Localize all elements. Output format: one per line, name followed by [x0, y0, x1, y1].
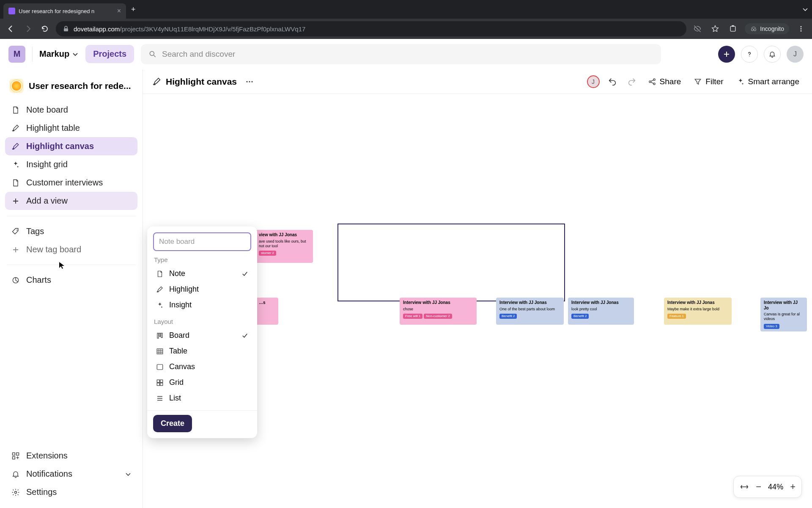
sidebar-view-insight-grid[interactable]: Insight grid: [5, 155, 137, 174]
lock-icon: [63, 25, 69, 32]
nav-label: Notifications: [26, 469, 72, 479]
canvas-note-card[interactable]: …s: [255, 298, 278, 325]
tag-pill: Video3: [764, 324, 779, 329]
nav-label: Highlight canvas: [26, 141, 94, 151]
browser-tab[interactable]: User research for redesigned n ×: [3, 3, 126, 19]
filter-icon: [694, 77, 702, 86]
redo-button[interactable]: [625, 75, 639, 88]
global-search[interactable]: Search and discover: [141, 44, 661, 64]
type-option-note[interactable]: Note: [153, 266, 251, 282]
reload-icon[interactable]: [39, 23, 51, 35]
canvas-note-card[interactable]: Interview with JJ JonasMaybe make it ext…: [664, 298, 732, 325]
org-badge[interactable]: M: [8, 46, 25, 63]
note-body: look pretty cool: [571, 307, 631, 312]
create-view-button[interactable]: Create: [153, 415, 192, 432]
undo-button[interactable]: [606, 75, 619, 88]
layout-option-list[interactable]: List: [153, 390, 251, 406]
eye-off-icon[interactable]: [691, 23, 703, 35]
canvas-toolbar: Highlight canvas J Share Filter Smart ar…: [143, 69, 812, 94]
plus-icon: [723, 50, 730, 58]
project-title-row[interactable]: User research for rede...: [5, 76, 137, 101]
incognito-badge[interactable]: Incognito: [745, 23, 789, 34]
type-option-highlight[interactable]: Highlight: [153, 282, 251, 297]
sidebar-tags[interactable]: Tags: [5, 222, 137, 240]
svg-rect-12: [16, 453, 19, 455]
create-button[interactable]: [718, 46, 735, 63]
star-icon[interactable]: [709, 23, 721, 35]
workspace-menu[interactable]: Markup: [39, 49, 79, 59]
layout-option-table[interactable]: Table: [153, 343, 251, 359]
sidebar-extensions[interactable]: Extensions: [5, 447, 137, 465]
fit-width-button[interactable]: [740, 482, 749, 491]
svg-rect-11: [13, 453, 15, 455]
more-icon[interactable]: [243, 75, 256, 88]
canvas-note-card[interactable]: Interview with JJ JonasOne of the best p…: [496, 298, 564, 325]
menu-icon[interactable]: [795, 23, 807, 35]
check-icon: [241, 332, 249, 340]
note-title: Interview with JJ Jonas: [667, 300, 728, 306]
selection-rect: [337, 224, 565, 301]
canvas-note-card[interactable]: view with JJ Jonasave used tools like ou…: [255, 230, 313, 263]
svg-rect-13: [13, 456, 15, 459]
presence-avatar[interactable]: J: [587, 75, 600, 88]
svg-point-7: [801, 30, 802, 32]
help-button[interactable]: [741, 46, 758, 63]
new-tag-board-button[interactable]: New tag board: [5, 240, 137, 259]
plus-icon: [11, 196, 20, 206]
extension-icon[interactable]: [727, 23, 739, 35]
nav-label: Charts: [26, 275, 51, 285]
zoom-out-button[interactable]: −: [756, 481, 761, 492]
tag-icon: [11, 227, 20, 236]
svg-point-8: [150, 51, 154, 55]
close-icon[interactable]: ×: [117, 7, 121, 15]
svg-rect-22: [159, 333, 161, 337]
layout-option-canvas[interactable]: Canvas: [153, 359, 251, 375]
type-option-insight[interactable]: Insight: [153, 297, 251, 313]
sidebar-charts[interactable]: Charts: [5, 271, 137, 289]
view-name-input[interactable]: [153, 232, 251, 251]
nav-label: Add a view: [26, 196, 68, 206]
svg-rect-26: [157, 380, 159, 382]
option-label: Highlight: [169, 285, 199, 294]
add-view-button[interactable]: Add a view: [5, 192, 137, 210]
projects-tab[interactable]: Projects: [85, 45, 134, 63]
zoom-in-button[interactable]: +: [790, 481, 796, 492]
canvas-layout-icon: [156, 363, 164, 371]
note-icon: [11, 105, 20, 115]
bell-icon: [768, 50, 776, 58]
note-title: view with JJ Jonas: [259, 232, 310, 238]
incognito-label: Incognito: [760, 25, 784, 32]
back-icon[interactable]: [5, 23, 17, 35]
filter-button[interactable]: Filter: [690, 75, 727, 89]
user-avatar[interactable]: J: [787, 46, 804, 63]
svg-point-3: [752, 29, 754, 31]
sidebar-notifications[interactable]: Notifications: [5, 465, 137, 483]
notifications-button[interactable]: [764, 46, 781, 63]
note-body: chose: [403, 307, 473, 312]
canvas-note-card[interactable]: Interview with JJ Jonaslook pretty coolB…: [568, 298, 634, 325]
canvas-note-card[interactable]: Interview with JJ JonaschoseFree will1No…: [400, 298, 477, 325]
org-initial: M: [14, 49, 21, 59]
svg-rect-2: [732, 25, 734, 27]
chevron-down-icon[interactable]: [802, 6, 809, 13]
share-button[interactable]: Share: [645, 75, 685, 89]
sidebar-view-highlight-canvas[interactable]: Highlight canvas: [5, 137, 137, 155]
layout-option-grid[interactable]: Grid: [153, 375, 251, 390]
url-bar[interactable]: dovetailapp.com/projects/3KV4yNUq11E8lrq…: [56, 21, 686, 36]
smart-arrange-button[interactable]: Smart arrange: [733, 75, 803, 89]
layout-option-board[interactable]: Board: [153, 328, 251, 343]
canvas-note-card[interactable]: Interview with JJ JoCanvas is great for …: [760, 298, 807, 331]
divider: [7, 265, 136, 265]
sidebar-view-note-board[interactable]: Note board: [5, 101, 137, 119]
sidebar-view-highlight-table[interactable]: Highlight table: [5, 119, 137, 137]
canvas-title[interactable]: Highlight canvas: [152, 77, 237, 87]
option-label: Note: [169, 269, 185, 278]
nav-label: Extensions: [26, 451, 68, 461]
highlight-icon: [11, 142, 20, 151]
new-tab-button[interactable]: +: [131, 5, 136, 14]
browser-nav-bar: dovetailapp.com/projects/3KV4yNUq11E8lrq…: [0, 19, 812, 39]
sidebar-settings[interactable]: Settings: [5, 483, 137, 501]
sidebar-view-customer-interviews[interactable]: Customer interviews: [5, 174, 137, 192]
tag-pill: Benefit2: [571, 314, 589, 319]
forward-icon[interactable]: [22, 23, 34, 35]
